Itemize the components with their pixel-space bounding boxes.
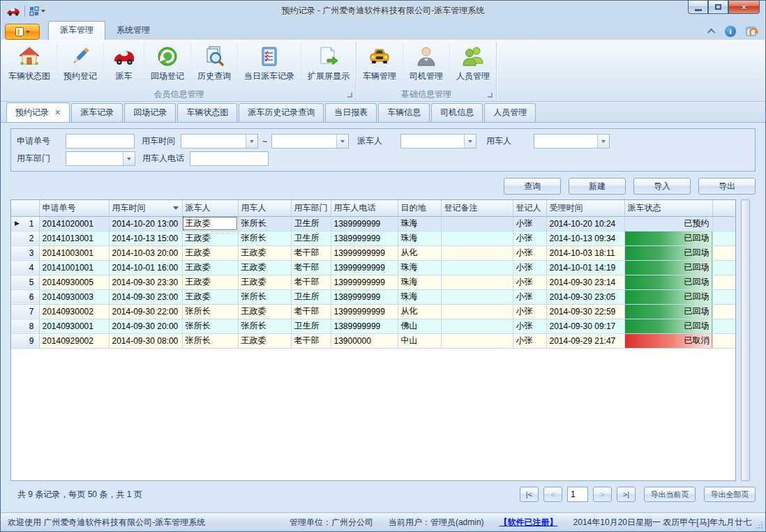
minimize-button[interactable] bbox=[688, 1, 708, 14]
vehicle-status-map-button[interactable]: 车辆状态图 bbox=[2, 42, 57, 88]
export-all-pages-button[interactable]: 导出全部页 bbox=[704, 487, 756, 502]
row-selector[interactable]: 9 bbox=[11, 333, 39, 348]
driver-manage-button[interactable]: 司机管理 bbox=[403, 42, 450, 88]
col-header-dispatcher[interactable]: 派车人 bbox=[182, 200, 238, 216]
col-header-use-time[interactable]: 用车时间 bbox=[109, 200, 182, 216]
grid-cell-dispatcher[interactable]: 王政委 bbox=[182, 216, 238, 231]
row-selector[interactable]: 3 bbox=[11, 245, 39, 260]
grid-cell-dept[interactable]: 卫生所 bbox=[291, 319, 331, 333]
grid-cell-use-time[interactable]: 2014-09-30 20:00 bbox=[109, 319, 182, 333]
grid-cell-dispatcher[interactable]: 张所长 bbox=[182, 333, 238, 348]
grid-cell-phone[interactable]: 13999999999 bbox=[331, 275, 398, 289]
tab-return-records[interactable]: 回场记录 bbox=[124, 103, 176, 122]
grid-cell-use-time[interactable]: 2014-09-30 23:30 bbox=[109, 275, 182, 289]
grid-cell-accept-time[interactable]: 2014-10-03 18:11 bbox=[546, 245, 624, 260]
grid-cell-user[interactable]: 张所长 bbox=[238, 319, 291, 333]
grid-cell-dest[interactable]: 珠海 bbox=[398, 275, 441, 289]
table-row[interactable]: 3201410030012014-10-03 20:00王政委王政委老干部139… bbox=[11, 245, 736, 260]
maximize-button[interactable] bbox=[708, 1, 728, 14]
grid-cell-phone[interactable]: 1389999999 bbox=[331, 289, 398, 304]
grid-cell-order[interactable]: 20141001001 bbox=[39, 260, 109, 275]
reservation-register-button[interactable]: 预约登记 bbox=[57, 42, 104, 88]
tab-daily-report[interactable]: 当日报表 bbox=[325, 103, 377, 122]
close-button[interactable]: ✕ bbox=[728, 1, 760, 14]
grid-cell-remark[interactable] bbox=[441, 333, 513, 348]
col-header-user[interactable]: 用车人 bbox=[238, 200, 291, 216]
col-header-registrar[interactable]: 登记人 bbox=[513, 200, 546, 216]
query-button[interactable]: 查询 bbox=[504, 178, 561, 195]
grid-cell-phone[interactable]: 1389999999 bbox=[331, 216, 398, 231]
use-time-to-combo[interactable] bbox=[271, 134, 349, 149]
status-badge[interactable]: 已回场 bbox=[624, 319, 712, 333]
dialog-launcher-icon[interactable] bbox=[347, 93, 352, 98]
grid-cell-user[interactable]: 王政委 bbox=[238, 304, 291, 319]
grid-cell-registrar[interactable]: 小张 bbox=[513, 289, 546, 304]
grid-cell-remark[interactable] bbox=[441, 245, 513, 260]
table-row[interactable]: 2201410130012014-10-13 15:00王政委张所长卫生所138… bbox=[11, 231, 736, 245]
grid-cell-dept[interactable]: 卫生所 bbox=[291, 231, 331, 245]
dialog-launcher-icon[interactable] bbox=[488, 93, 493, 98]
grid-cell-order[interactable]: 20140930005 bbox=[39, 275, 109, 289]
table-row[interactable]: ▶1201410200012014-10-20 13:00王政委张所长卫生所13… bbox=[11, 216, 736, 231]
quick-access-toolbar-icon[interactable] bbox=[29, 6, 45, 16]
table-row[interactable]: 4201410010012014-10-01 16:00王政委王政委老干部139… bbox=[11, 260, 736, 275]
dropdown-button[interactable] bbox=[123, 152, 135, 165]
status-badge[interactable]: 已预约 bbox=[624, 216, 712, 231]
row-selector[interactable]: 6 bbox=[11, 289, 39, 304]
grid-cell-use-time[interactable]: 2014-09-30 22:00 bbox=[109, 304, 182, 319]
grid-cell-accept-time[interactable]: 2014-10-01 14:19 bbox=[546, 260, 624, 275]
tab-vehicle-status-map[interactable]: 车辆状态图 bbox=[177, 103, 237, 122]
grid-cell-order[interactable]: 20140930002 bbox=[39, 304, 109, 319]
grid-cell-order[interactable]: 20140930001 bbox=[39, 319, 109, 333]
grid-cell-dest[interactable]: 从化 bbox=[398, 304, 441, 319]
grid-cell-accept-time[interactable]: 2014-09-30 23:14 bbox=[546, 275, 624, 289]
grid-cell-dispatcher[interactable]: 王政委 bbox=[182, 260, 238, 275]
grid-cell-phone[interactable]: 13900000 bbox=[331, 333, 398, 348]
grid-cell-phone[interactable]: 1389999999 bbox=[331, 231, 398, 245]
status-badge[interactable]: 已回场 bbox=[624, 289, 712, 304]
grid-cell-dest[interactable]: 珠海 bbox=[398, 216, 441, 231]
row-selector[interactable]: 5 bbox=[11, 275, 39, 289]
dropdown-button[interactable] bbox=[597, 135, 609, 148]
vehicle-manage-button[interactable]: 车辆管理 bbox=[356, 42, 403, 88]
grid-cell-dispatcher[interactable]: 张所长 bbox=[182, 319, 238, 333]
grid-cell-use-time[interactable]: 2014-09-30 08:00 bbox=[109, 333, 182, 348]
grid-cell-remark[interactable] bbox=[441, 289, 513, 304]
grid-cell-dest[interactable]: 珠海 bbox=[398, 289, 441, 304]
tab-reservation-records[interactable]: 预约记录✕ bbox=[6, 102, 70, 122]
use-time-from-combo[interactable] bbox=[181, 134, 258, 149]
grid-cell-registrar[interactable]: 小张 bbox=[513, 333, 546, 348]
row-selector[interactable]: 7 bbox=[11, 304, 39, 319]
row-selector[interactable]: ▶1 bbox=[11, 216, 39, 231]
grid-cell-registrar[interactable]: 小张 bbox=[513, 319, 546, 333]
table-row[interactable]: 8201409300012014-09-30 20:00张所长张所长卫生所138… bbox=[11, 319, 736, 333]
grid-cell-order[interactable]: 20140929002 bbox=[39, 333, 109, 348]
grid-cell-phone[interactable]: 13999999999 bbox=[331, 260, 398, 275]
app-menu-button[interactable] bbox=[5, 24, 40, 40]
grid-cell-phone[interactable]: 13999999999 bbox=[331, 245, 398, 260]
status-badge[interactable]: 已取消 bbox=[624, 333, 712, 348]
grid-cell-dept[interactable]: 老干部 bbox=[291, 275, 331, 289]
help-update-icon[interactable] bbox=[746, 26, 758, 37]
return-register-button[interactable]: 回场登记 bbox=[144, 42, 191, 88]
grid-cell-user[interactable]: 张所长 bbox=[238, 216, 291, 231]
grid-cell-remark[interactable] bbox=[441, 260, 513, 275]
grid-cell-order[interactable]: 20141013001 bbox=[39, 231, 109, 245]
status-badge[interactable]: 已回场 bbox=[624, 260, 712, 275]
grid-cell-remark[interactable] bbox=[441, 216, 513, 231]
prev-page-button[interactable]: < bbox=[543, 487, 562, 502]
grid-cell-use-time[interactable]: 2014-10-01 16:00 bbox=[109, 260, 182, 275]
grid-cell-dept[interactable]: 老干部 bbox=[291, 333, 331, 348]
extend-screen-button[interactable]: 扩展屏显示 bbox=[301, 42, 356, 88]
grid-cell-accept-time[interactable]: 2014-09-30 22:59 bbox=[546, 304, 624, 319]
table-row[interactable]: 6201409300032014-09-30 23:00王政委张所长卫生所138… bbox=[11, 289, 736, 304]
tab-dispatch-history-query[interactable]: 派车历史记录查询 bbox=[239, 103, 324, 122]
grid-cell-dest[interactable]: 从化 bbox=[398, 245, 441, 260]
grid-cell-order[interactable]: 20141003001 bbox=[39, 245, 109, 260]
user-combo[interactable] bbox=[534, 134, 610, 149]
tab-personnel-manage[interactable]: 人员管理 bbox=[484, 103, 536, 122]
grid-cell-dept[interactable]: 卫生所 bbox=[291, 216, 331, 231]
status-badge[interactable]: 已回场 bbox=[624, 231, 712, 245]
grid-cell-accept-time[interactable]: 2014-10-13 09:34 bbox=[546, 231, 624, 245]
grid-cell-remark[interactable] bbox=[441, 319, 513, 333]
